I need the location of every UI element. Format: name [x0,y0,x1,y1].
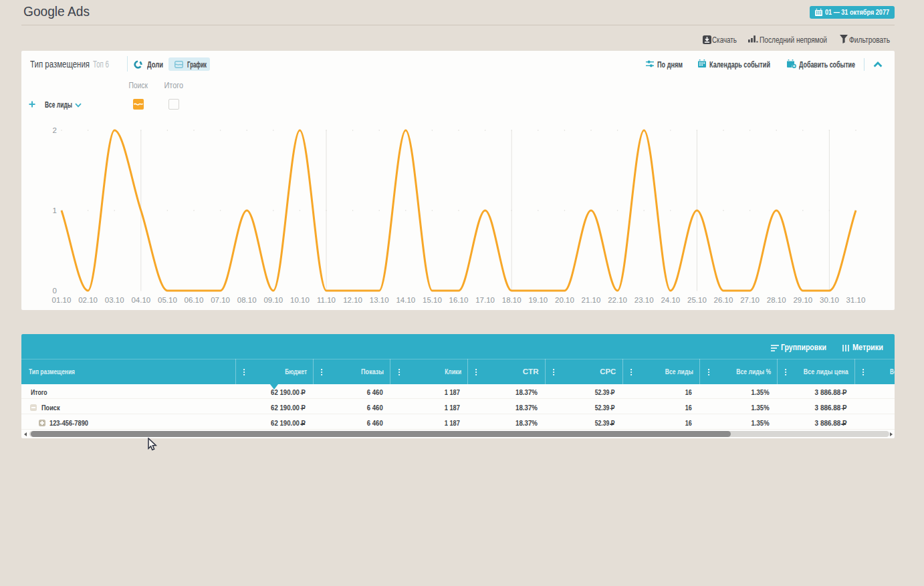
svg-text:28.10: 28.10 [767,296,786,304]
svg-text:12.10: 12.10 [343,296,362,304]
svg-text:27.10: 27.10 [740,296,760,304]
svg-text:07.10: 07.10 [211,296,230,304]
svg-text:29.10: 29.10 [793,296,812,304]
svg-text:11.10: 11.10 [317,296,336,304]
svg-text:2: 2 [53,126,57,134]
svg-text:20.10: 20.10 [555,296,574,304]
svg-text:0: 0 [53,287,57,295]
svg-text:19.10: 19.10 [528,296,548,304]
svg-text:15.10: 15.10 [423,296,442,304]
svg-text:25.10: 25.10 [687,296,707,304]
svg-text:16.10: 16.10 [449,296,469,304]
svg-text:22.10: 22.10 [608,296,627,304]
svg-text:21.10: 21.10 [582,296,601,304]
svg-text:09.10: 09.10 [263,296,283,304]
svg-text:31.10: 31.10 [846,296,866,304]
svg-text:10.10: 10.10 [290,296,310,304]
svg-text:01.10: 01.10 [52,296,72,304]
svg-text:08.10: 08.10 [237,296,257,304]
svg-text:06.10: 06.10 [185,296,204,304]
svg-text:13.10: 13.10 [370,296,389,304]
svg-text:05.10: 05.10 [158,296,177,304]
svg-text:18.10: 18.10 [502,296,522,304]
svg-text:17.10: 17.10 [475,296,495,304]
svg-text:14.10: 14.10 [396,296,415,304]
svg-text:26.10: 26.10 [714,296,733,304]
svg-text:02.10: 02.10 [78,296,98,304]
svg-text:1: 1 [53,206,57,214]
svg-text:30.10: 30.10 [820,296,839,304]
svg-text:24.10: 24.10 [661,296,680,304]
svg-text:04.10: 04.10 [131,296,150,304]
svg-text:03.10: 03.10 [105,296,124,304]
svg-text:23.10: 23.10 [634,296,654,304]
